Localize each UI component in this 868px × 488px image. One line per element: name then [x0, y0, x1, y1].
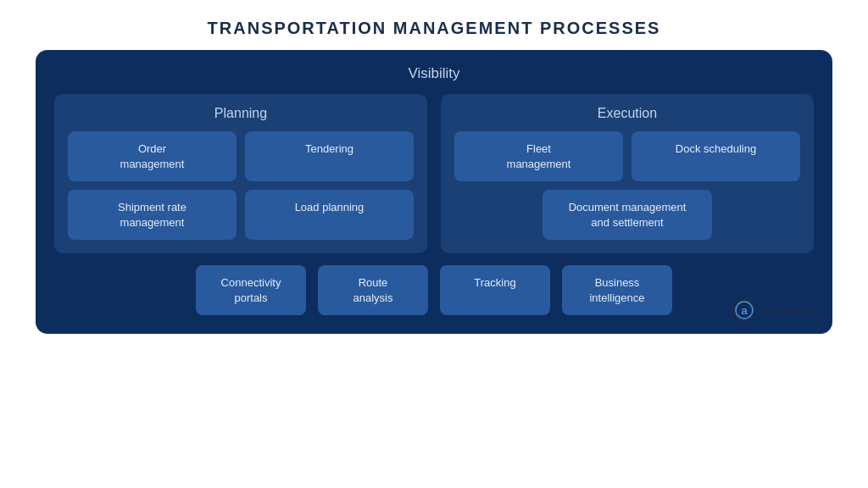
inner-row: Planning Ordermanagement Tendering Shipm… [54, 94, 814, 253]
tracking-box: Tracking [440, 265, 550, 315]
dock-scheduling-box: Dock scheduling [632, 131, 800, 181]
execution-section: Execution Fleetmanagement Dock schedulin… [441, 94, 814, 253]
bottom-row: Connectivityportals Routeanalysis Tracki… [54, 265, 814, 315]
tendering-box: Tendering [245, 131, 414, 181]
business-intelligence-box: Businessintelligence [562, 265, 672, 315]
visibility-label: Visibility [54, 65, 814, 82]
svg-text:a: a [741, 304, 748, 317]
logo-text: altexsoft [761, 303, 814, 317]
page-title: TRANSPORTATION MANAGEMENT PROCESSES [208, 19, 661, 38]
exec-bottom-row: Document managementand settlement [454, 190, 800, 240]
fleet-management-box: Fleetmanagement [454, 131, 623, 181]
logo-area: a altexsoft [732, 298, 814, 322]
logo-icon: a [732, 298, 756, 322]
shipment-rate-management-box: Shipment ratemanagement [68, 190, 236, 240]
execution-title: Execution [454, 106, 800, 121]
planning-title: Planning [68, 106, 414, 121]
document-management-box: Document managementand settlement [542, 190, 712, 240]
planning-boxes-grid: Ordermanagement Tendering Shipment ratem… [68, 131, 414, 240]
planning-section: Planning Ordermanagement Tendering Shipm… [54, 94, 427, 253]
connectivity-portals-box: Connectivityportals [196, 265, 306, 315]
exec-top-row: Fleetmanagement Dock scheduling [454, 131, 800, 181]
outer-card: Visibility Planning Ordermanagement Tend… [36, 50, 832, 334]
execution-boxes: Fleetmanagement Dock scheduling Document… [454, 131, 800, 240]
order-management-box: Ordermanagement [68, 131, 236, 181]
load-planning-box: Load planning [245, 190, 414, 240]
route-analysis-box: Routeanalysis [318, 265, 428, 315]
